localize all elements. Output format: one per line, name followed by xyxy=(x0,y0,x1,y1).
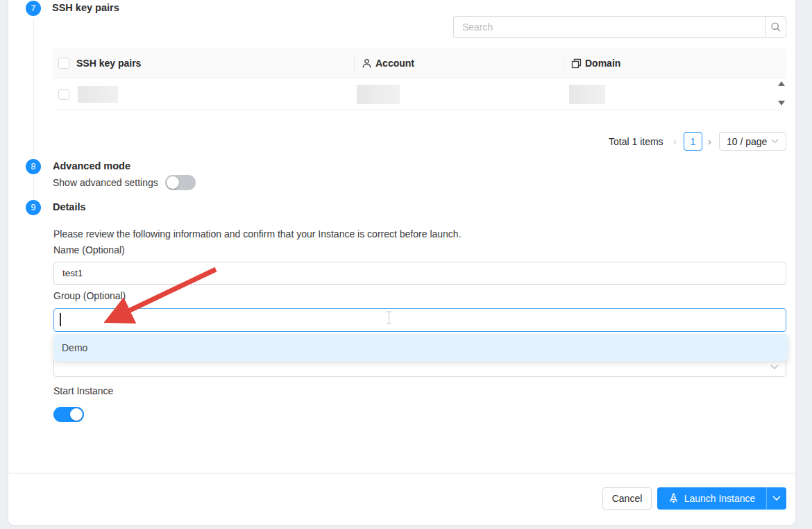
scroll-up-icon[interactable] xyxy=(778,81,785,86)
step-9-number: 9 xyxy=(31,203,36,212)
chevron-down-icon xyxy=(771,139,779,144)
step-7-badge: 7 xyxy=(26,1,41,16)
step-connector xyxy=(33,176,34,199)
step-9-badge: 9 xyxy=(26,200,41,215)
ssh-keypairs-section-title: SSH key pairs xyxy=(52,2,119,13)
column-header-account: Account xyxy=(375,58,414,69)
step-8-number: 8 xyxy=(31,162,36,171)
page-size-value: 10 / page xyxy=(727,136,767,147)
advanced-mode-section-title: Advanced mode xyxy=(53,160,130,171)
step-8-badge: 8 xyxy=(26,159,41,174)
pagination-total: Total 1 items xyxy=(609,136,663,147)
start-instance-label: Start Instance xyxy=(53,385,113,396)
launch-options-split-button[interactable] xyxy=(767,487,786,510)
group-dropdown: Demo xyxy=(53,334,788,361)
pagination-page-1[interactable]: 1 xyxy=(684,132,702,151)
launch-instance-wizard: 7 8 9 SSH key pairs SSH key pairs Accoun… xyxy=(0,0,812,529)
name-input[interactable]: test1 xyxy=(53,262,786,285)
ibeam-cursor xyxy=(386,311,392,324)
redacted-sshkeypair-value xyxy=(78,86,118,103)
toggle-knob xyxy=(70,408,83,421)
text-caret xyxy=(60,313,61,326)
launch-instance-main[interactable]: Launch Instance xyxy=(657,487,767,510)
search-input[interactable] xyxy=(453,16,765,38)
pagination-prev-icon[interactable]: ‹ xyxy=(673,135,677,149)
ssh-search xyxy=(453,16,786,38)
column-divider xyxy=(354,56,355,71)
ssh-table-header: SSH key pairs Account Domain xyxy=(52,49,786,78)
advanced-settings-toggle[interactable] xyxy=(165,175,196,190)
step-7-number: 7 xyxy=(31,3,36,13)
column-header-sshkeypairs: SSH key pairs xyxy=(76,58,141,69)
group-input[interactable] xyxy=(53,308,786,332)
chevron-down-icon xyxy=(770,364,779,370)
name-value: test1 xyxy=(62,268,83,278)
show-advanced-settings-label: Show advanced settings xyxy=(53,177,158,188)
rocket-icon xyxy=(668,493,679,504)
footer-divider xyxy=(8,473,795,473)
redacted-domain-value xyxy=(569,85,605,104)
cancel-button[interactable]: Cancel xyxy=(602,487,652,510)
start-instance-toggle[interactable] xyxy=(53,407,84,422)
table-row[interactable] xyxy=(52,78,786,110)
account-icon xyxy=(362,58,372,69)
launch-instance-label: Launch Instance xyxy=(684,493,756,504)
column-header-domain: Domain xyxy=(585,58,620,69)
page-size-select[interactable]: 10 / page xyxy=(719,132,786,151)
step-connector xyxy=(33,18,34,157)
details-section-title: Details xyxy=(53,201,86,212)
domain-icon xyxy=(571,58,582,69)
column-divider xyxy=(564,56,564,71)
group-label: Group (Optional) xyxy=(53,290,126,301)
dropdown-option-demo[interactable]: Demo xyxy=(53,334,788,361)
review-instructions: Please review the following information … xyxy=(53,228,462,240)
chevron-down-icon xyxy=(772,496,781,501)
search-icon xyxy=(770,22,781,33)
search-button[interactable] xyxy=(765,16,786,38)
row-checkbox[interactable] xyxy=(58,89,69,100)
toggle-knob xyxy=(167,176,179,189)
scroll-down-icon[interactable] xyxy=(778,101,785,106)
launch-instance-button[interactable]: Launch Instance xyxy=(657,487,786,510)
name-label: Name (Optional) xyxy=(53,244,125,255)
pagination-next-icon[interactable]: › xyxy=(708,135,711,149)
redacted-account-value xyxy=(357,85,400,104)
select-all-checkbox[interactable] xyxy=(58,58,69,69)
